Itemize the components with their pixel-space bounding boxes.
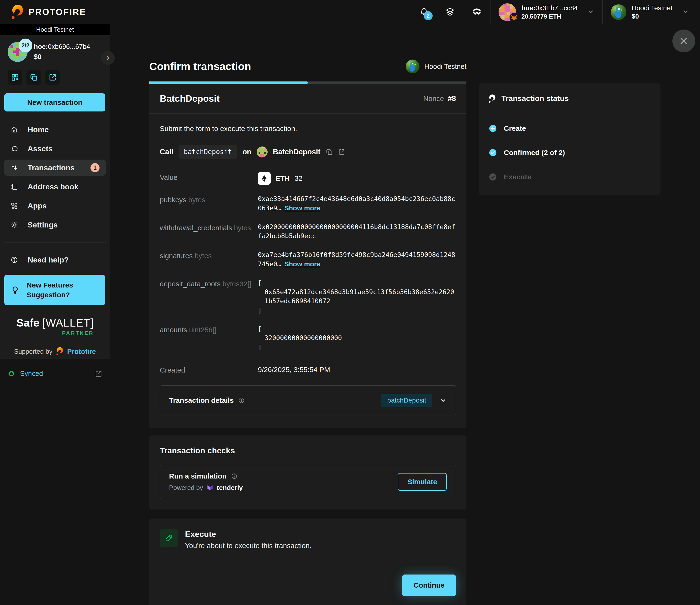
network-avatar	[611, 4, 626, 20]
sidebar-collapse-button[interactable]: ›	[101, 51, 115, 65]
wallet-address: hoe:0x3Eb7...cc84	[521, 4, 578, 12]
external-link-icon	[49, 73, 57, 81]
network-menu[interactable]: Hoodi Testnet $0	[603, 0, 700, 24]
simulate-button[interactable]: Simulate	[398, 473, 447, 491]
assets-icon	[10, 145, 18, 152]
sidebar-network-banner: Hoodi Testnet	[0, 24, 110, 35]
close-button[interactable]	[672, 29, 695, 52]
param-row-withdrawal-credentials: withdrawal_credentialsbytes 0x0200000000…	[160, 222, 456, 241]
home-icon	[10, 126, 18, 134]
batch-queue-button[interactable]	[437, 0, 463, 24]
protofire-logo[interactable]: PROTOFIRE	[0, 4, 86, 20]
step-confirmed: Confirmed (2 of 2)	[489, 148, 651, 157]
settings-gear-icon	[10, 221, 18, 229]
partner-tag: PARTNER	[16, 330, 94, 336]
layers-icon	[445, 7, 455, 17]
transaction-checks-card: Transaction checks Run a simulation Powe…	[149, 435, 467, 509]
new-transaction-button[interactable]: New transaction	[4, 93, 105, 112]
notification-count-badge: 2	[424, 11, 433, 20]
execute-pen-icon	[160, 529, 178, 547]
method-chip: batchDeposit	[179, 145, 237, 159]
sidebar-item-home[interactable]: Home	[4, 121, 106, 138]
created-row: Created 9/26/2025, 3:55:54 PM	[160, 365, 456, 376]
help-icon	[10, 256, 18, 264]
wallet-balance: 20.50779 ETH	[521, 13, 578, 20]
network-chip: Hoodi Testnet	[406, 59, 467, 73]
checks-title: Transaction checks	[160, 446, 456, 455]
sync-status: Synced	[20, 370, 90, 378]
divider	[4, 242, 106, 243]
sidebar-item-settings[interactable]: Settings	[4, 217, 106, 233]
external-link-icon[interactable]	[338, 148, 345, 155]
protofire-mark-icon	[489, 94, 496, 103]
step-execute: Execute	[489, 173, 651, 181]
sidebar: Hoodi Testnet 2/2 hoe:0xb696...67b4 $0	[0, 24, 110, 359]
safe-address: hoe:0xb696...67b4	[34, 43, 90, 50]
walletconnect-icon	[471, 7, 482, 17]
transactions-icon	[10, 164, 18, 171]
array-item: 32000000000000000000	[258, 334, 456, 342]
safe-quick-actions	[0, 62, 110, 85]
step-connector	[493, 159, 493, 170]
network-balance: $0	[632, 13, 672, 20]
sidebar-item-apps[interactable]: Apps	[4, 198, 106, 214]
sidebar-item-address-book[interactable]: Address book	[4, 179, 106, 195]
execute-title: Execute	[185, 530, 312, 539]
execute-description: You're about to execute this transaction…	[185, 542, 312, 550]
brand-name: PROTOFIRE	[29, 7, 86, 17]
safe-wallet-logo: Safe[WALLET] PARTNER	[16, 316, 94, 336]
info-icon	[238, 397, 245, 404]
copy-address-button[interactable]	[26, 70, 41, 85]
simulation-box: Run a simulation Powered by tenderly Sim…	[160, 465, 456, 499]
transaction-details-accordion[interactable]: Transaction details batchDeposit	[160, 385, 456, 415]
param-row-amounts: amountsuint256[] [ 32000000000000000000 …	[160, 324, 456, 352]
step-create: Create	[489, 124, 651, 133]
param-row-signatures: signaturesbytes 0xa7ee4bfa376b16f0f8d59f…	[160, 250, 456, 269]
token-symbol: ETH	[275, 173, 290, 184]
need-help-link[interactable]: Need help?	[4, 252, 106, 268]
continue-button[interactable]: Continue	[402, 575, 456, 596]
copy-icon	[30, 73, 38, 81]
show-more-link[interactable]: Show more	[284, 260, 321, 268]
walletconnect-button[interactable]	[463, 0, 490, 24]
threshold-badge: 2/2	[19, 39, 32, 52]
chevron-down-icon	[682, 8, 689, 16]
check-circle-icon	[489, 148, 497, 157]
param-label: Value	[160, 172, 258, 183]
param-row-value: Value ETH 32	[160, 172, 456, 185]
top-bar: PROTOFIRE 2	[0, 0, 700, 24]
notifications-button[interactable]: 2	[411, 0, 437, 24]
info-icon	[231, 473, 238, 480]
transaction-card: BatchDeposit Nonce#8 Submit the form to …	[149, 81, 467, 428]
supported-by: Supported by Protofire	[0, 347, 110, 356]
sidebar-item-transactions[interactable]: Transactions 1	[4, 160, 106, 176]
qr-code-button[interactable]	[8, 70, 22, 85]
page-title: Confirm transaction	[149, 60, 251, 73]
call-row: Call batchDeposit on BatchDeposit	[160, 145, 456, 159]
close-icon	[679, 36, 689, 46]
open-explorer-button[interactable]	[45, 70, 60, 85]
lightbulb-icon	[11, 286, 20, 294]
external-link-icon[interactable]	[95, 370, 102, 378]
copy-icon[interactable]	[326, 148, 333, 155]
method-tag: batchDeposit	[381, 394, 432, 407]
chevron-down-icon	[440, 397, 447, 404]
show-more-link[interactable]: Show more	[284, 204, 321, 212]
progress-bar	[149, 81, 467, 84]
network-avatar	[406, 59, 420, 73]
created-timestamp: 9/26/2025, 3:55:54 PM	[258, 365, 456, 375]
protofire-link[interactable]: Protofire	[67, 348, 96, 356]
nonce: Nonce#8	[423, 94, 456, 103]
connected-wallet-menu[interactable]: hoe:0x3Eb7...cc84 20.50779 ETH	[491, 0, 603, 24]
new-features-button[interactable]: New Features Suggestion?	[4, 275, 105, 305]
execute-card: Execute You're about to execute this tra…	[149, 518, 467, 605]
plus-circle-icon	[489, 124, 497, 133]
protofire-flame-icon	[56, 347, 63, 356]
details-title: Transaction details	[169, 396, 234, 405]
contract-name: BatchDeposit	[273, 148, 321, 156]
qr-code-icon	[11, 73, 19, 81]
network-name: Hoodi Testnet	[632, 4, 672, 12]
simulation-title: Run a simulation	[169, 472, 227, 480]
sidebar-item-assets[interactable]: Assets	[4, 141, 106, 157]
address-book-icon	[10, 183, 18, 191]
